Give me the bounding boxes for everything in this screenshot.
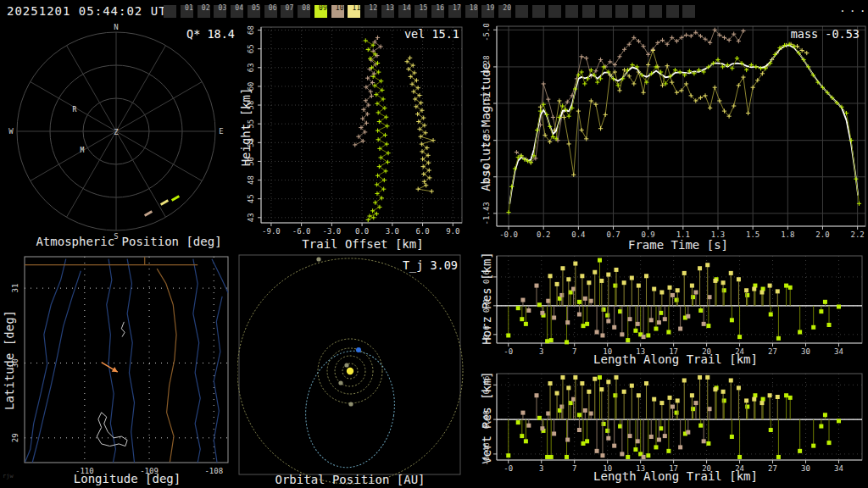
frame-box-16[interactable]: 16	[431, 5, 444, 18]
svg-text:-0: -0	[504, 464, 513, 473]
overflow-menu[interactable]: ...	[839, 2, 868, 14]
frame-box[interactable]	[548, 5, 561, 18]
svg-text:N: N	[114, 24, 118, 31]
frame-box-09[interactable]: 09	[314, 5, 327, 18]
frame-box[interactable]	[532, 5, 545, 18]
svg-text:30: 30	[801, 464, 810, 473]
frame-box[interactable]	[515, 5, 528, 18]
svg-text:9.0: 9.0	[446, 227, 459, 236]
svg-text:48: 48	[247, 175, 255, 185]
trail-offset-axis-label: Trail Offset [km]	[302, 237, 423, 251]
svg-text:3.0: 3.0	[386, 227, 399, 236]
residuals-plots: -03710131720242730340.60.0-0.6-037101317…	[479, 252, 868, 488]
length-axis-label-bottom: Length Along Trail [km]	[593, 469, 758, 483]
frame-box-strip: 0102030405060708091011121314151617181920	[0, 0, 868, 24]
svg-text:-108: -108	[204, 467, 223, 475]
svg-text:27: 27	[768, 347, 777, 356]
svg-text:0.2: 0.2	[537, 230, 550, 239]
vert-res-axis-label: Vert Res [km]	[480, 371, 493, 464]
svg-text:63: 63	[247, 63, 255, 72]
longitude-axis-label: Longitude [deg]	[74, 472, 181, 485]
svg-text:-0.0: -0.0	[499, 230, 518, 239]
horz-res-axis-label: Horz Res [km]	[480, 252, 493, 345]
svg-text:27: 27	[768, 464, 777, 473]
velocity-label: vel 15.1	[404, 27, 459, 41]
frame-box-04[interactable]: 04	[231, 5, 243, 18]
svg-text:7: 7	[572, 464, 576, 473]
frame-box[interactable]	[682, 5, 695, 18]
svg-text:M: M	[81, 147, 85, 154]
tisserand-label: T_j 3.09	[403, 258, 458, 272]
svg-text:43: 43	[247, 213, 255, 222]
light-curve-plot: -0.00.20.40.70.91.11.31.51.82.02.2-5.00-…	[479, 24, 868, 252]
orbital-position-plot	[237, 252, 483, 488]
svg-text:34: 34	[834, 347, 843, 356]
frame-box[interactable]	[565, 5, 578, 18]
svg-text:30: 30	[801, 347, 810, 356]
svg-text:68: 68	[247, 25, 255, 35]
svg-text:-0: -0	[504, 347, 513, 356]
frame-box-12[interactable]: 12	[364, 5, 377, 18]
frame-box-10[interactable]: 10	[331, 5, 344, 18]
frame-box[interactable]	[164, 5, 176, 18]
svg-text:45: 45	[247, 194, 255, 203]
atmospheric-position-plot: NSEWZRM	[0, 24, 237, 252]
svg-text:1.8: 1.8	[781, 230, 794, 239]
frame-time-axis-label: Frame Time [s]	[628, 238, 728, 252]
svg-text:-3.0: -3.0	[323, 227, 342, 236]
meteor-analysis-dashboard: 20251201 05:44:02 UTC 010203040506070809…	[0, 0, 868, 488]
frame-box[interactable]	[649, 5, 662, 18]
svg-text:1.5: 1.5	[746, 230, 760, 239]
frame-box-14[interactable]: 14	[398, 5, 411, 18]
trail-offset-plot: -9.0-6.0-3.00.03.06.09.04345485053555860…	[237, 24, 496, 252]
svg-text:31: 31	[11, 284, 19, 293]
svg-text:29: 29	[11, 433, 19, 442]
mass-label: mass -0.53	[791, 27, 860, 41]
svg-text:34: 34	[834, 464, 843, 473]
svg-text:65: 65	[247, 44, 255, 53]
svg-text:2.2: 2.2	[851, 230, 865, 239]
frame-box-06[interactable]: 06	[264, 5, 277, 18]
frame-box-01[interactable]: 01	[181, 5, 193, 18]
q-value-label: Q* 18.4	[186, 27, 235, 41]
length-axis-label-top: Length Along Trail [km]	[593, 352, 758, 366]
frame-box-02[interactable]: 02	[198, 5, 210, 18]
frame-box-20[interactable]: 20	[498, 5, 511, 18]
watermark: rjw	[3, 473, 14, 480]
svg-text:3: 3	[539, 464, 543, 473]
frame-box-13[interactable]: 13	[381, 5, 394, 18]
frame-box-18[interactable]: 18	[465, 5, 478, 18]
frame-box[interactable]	[582, 5, 595, 18]
svg-text:0.0: 0.0	[355, 227, 369, 236]
frame-box[interactable]	[632, 5, 645, 18]
svg-text:3: 3	[539, 347, 543, 356]
height-axis-label: Height [km]	[239, 88, 253, 167]
svg-text:R: R	[73, 106, 77, 114]
svg-text:W: W	[8, 127, 14, 136]
svg-text:-1.43: -1.43	[482, 202, 491, 225]
orbital-title: Orbital Position [AU]	[275, 473, 425, 486]
frame-box-17[interactable]: 17	[448, 5, 461, 18]
svg-text:0.7: 0.7	[606, 230, 620, 239]
frame-box[interactable]	[599, 5, 612, 18]
svg-text:0.4: 0.4	[571, 230, 585, 239]
frame-box-19[interactable]: 19	[481, 5, 494, 18]
latitude-axis-label: Latitude [deg]	[3, 310, 16, 410]
svg-text:2.0: 2.0	[815, 230, 829, 239]
frame-box-08[interactable]: 08	[298, 5, 310, 18]
atmospheric-title: Atmospheric Position [deg]	[36, 235, 221, 248]
svg-text:Z: Z	[114, 128, 119, 136]
svg-text:6.0: 6.0	[415, 227, 429, 236]
frame-box[interactable]	[666, 5, 679, 18]
svg-text:-6.0: -6.0	[292, 227, 311, 236]
ground-track-map: -110-109-108293031	[0, 252, 237, 488]
frame-box-11[interactable]: 11	[348, 5, 360, 18]
frame-box[interactable]	[615, 5, 628, 18]
frame-box-15[interactable]: 15	[415, 5, 427, 18]
frame-box-05[interactable]: 05	[248, 5, 260, 18]
magnitude-axis-label: Absolute Magnitude	[479, 63, 492, 191]
frame-box-07[interactable]: 07	[281, 5, 293, 18]
frame-box-03[interactable]: 03	[214, 5, 226, 18]
svg-text:E: E	[219, 127, 223, 136]
svg-text:7: 7	[572, 347, 576, 356]
